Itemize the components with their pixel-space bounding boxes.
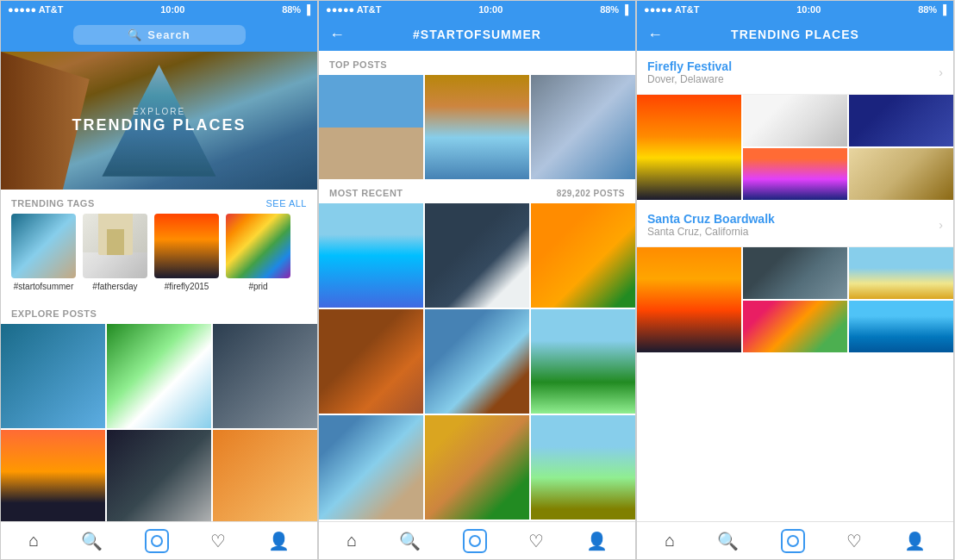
tag-label-2: #firefly2015 — [165, 282, 209, 291]
recent-post-5[interactable] — [531, 309, 635, 414]
chevron-1: › — [939, 218, 943, 232]
bottom-nav-1: ⌂ 🔍 ♡ 👤 — [1, 521, 317, 559]
firefly-photos — [637, 95, 953, 200]
hero-overlay-1: EXPLORE TRENDING PLACES — [1, 52, 317, 190]
hero-image-1: EXPLORE TRENDING PLACES — [1, 52, 317, 190]
place-item-0[interactable]: Firefly Festival Dover, Delaware › — [637, 51, 953, 95]
santacruz-photo-1[interactable] — [743, 247, 847, 299]
content-2: TOP POSTS MOST RECENT 829,202 posts — [319, 51, 635, 521]
firefly-photo-2[interactable] — [849, 95, 953, 146]
top-post-1[interactable] — [425, 75, 529, 179]
see-all-button[interactable]: See All — [265, 198, 307, 208]
place-item-1[interactable]: Santa Cruz Boardwalk Santa Cruz, Califor… — [637, 203, 953, 247]
place-sub-1: Santa Cruz, California — [647, 226, 775, 238]
top-post-2[interactable] — [531, 75, 635, 179]
content-3: Firefly Festival Dover, Delaware › Santa… — [637, 51, 953, 521]
explore-posts-text: EXPLORE POSTS — [11, 308, 97, 319]
recent-post-7[interactable] — [425, 415, 529, 520]
trending-tags-text: TRENDING TAGS — [11, 198, 95, 208]
top-posts-grid — [319, 75, 635, 179]
post-cell-0[interactable] — [1, 324, 105, 428]
firefly-photo-1[interactable] — [743, 95, 847, 146]
header-1: 🔍 Search — [1, 18, 317, 52]
chevron-0: › — [939, 65, 943, 79]
status-bar-3: ●●●●● AT&T 10:00 88% ▐ — [637, 1, 953, 18]
nav-profile-3[interactable]: 👤 — [897, 524, 933, 558]
tag-item-1[interactable]: #fathersday — [83, 214, 147, 291]
tag-thumb-2 — [154, 214, 219, 278]
recent-post-4[interactable] — [425, 309, 529, 414]
santacruz-photo-4[interactable] — [849, 301, 953, 352]
header-title-2: #STARTOFSUMMER — [413, 28, 541, 41]
search-label-1: Search — [147, 28, 190, 41]
battery-2: 88% ▐ — [600, 4, 628, 15]
recent-post-1[interactable] — [425, 203, 529, 308]
status-bar-2: ●●●●● AT&T 10:00 88% ▐ — [319, 1, 635, 18]
nav-profile-2[interactable]: 👤 — [579, 524, 615, 558]
tag-thumb-0 — [11, 214, 76, 278]
carrier-2: ●●●●● AT&T — [326, 4, 381, 15]
post-cell-3[interactable] — [1, 430, 105, 521]
header-3: ← TRENDING PLACES — [637, 18, 953, 51]
battery-3: 88% ▐ — [918, 4, 946, 15]
back-button-3[interactable]: ← — [647, 26, 664, 44]
time-2: 10:00 — [478, 4, 502, 15]
tag-thumb-3 — [226, 214, 290, 278]
santacruz-photo-2[interactable] — [849, 247, 953, 299]
time-3: 10:00 — [796, 4, 821, 15]
header-2: ← #STARTOFSUMMER — [319, 18, 635, 51]
hero-title-1: TRENDING PLACES — [72, 116, 246, 134]
post-cell-4[interactable] — [107, 430, 211, 521]
trending-tags-label: TRENDING TAGS See All — [1, 190, 317, 214]
back-button-2[interactable]: ← — [329, 26, 346, 44]
top-posts-text: TOP POSTS — [329, 59, 387, 70]
recent-post-3[interactable] — [319, 309, 423, 414]
top-post-0[interactable] — [319, 75, 423, 179]
place-info-0: Firefly Festival Dover, Delaware — [647, 59, 732, 85]
nav-camera-3[interactable] — [774, 522, 812, 560]
phone-2: ●●●●● AT&T 10:00 88% ▐ ← #STARTOFSUMMER … — [318, 0, 636, 560]
nav-heart-2[interactable]: ♡ — [521, 524, 551, 558]
battery-1: 88% ▐ — [282, 4, 310, 15]
nav-search-1[interactable]: 🔍 — [74, 524, 109, 558]
explore-posts-grid — [1, 324, 317, 521]
nav-camera-1[interactable] — [138, 522, 176, 560]
firefly-photo-0[interactable] — [637, 95, 741, 200]
recent-post-2[interactable] — [531, 203, 635, 308]
firefly-photo-4[interactable] — [849, 148, 953, 200]
tag-item-2[interactable]: #firefly2015 — [154, 214, 219, 291]
santacruz-photo-0[interactable] — [637, 247, 741, 352]
content-1: EXPLORE TRENDING PLACES TRENDING TAGS Se… — [1, 52, 317, 521]
place-name-1: Santa Cruz Boardwalk — [647, 212, 775, 226]
post-cell-1[interactable] — [107, 324, 211, 428]
nav-home-1[interactable]: ⌂ — [22, 524, 46, 557]
santacruz-photo-3[interactable] — [743, 301, 847, 352]
place-name-0: Firefly Festival — [647, 59, 732, 73]
nav-camera-2[interactable] — [456, 522, 494, 560]
camera-icon-3 — [781, 529, 805, 553]
nav-heart-3[interactable]: ♡ — [840, 524, 869, 558]
nav-search-3[interactable]: 🔍 — [710, 524, 746, 558]
recent-post-0[interactable] — [319, 203, 423, 308]
most-recent-text: MOST RECENT — [329, 188, 403, 198]
nav-profile-1[interactable]: 👤 — [261, 524, 296, 558]
nav-search-2[interactable]: 🔍 — [392, 524, 428, 558]
carrier-1: ●●●●● AT&T — [8, 4, 63, 15]
carrier-3: ●●●●● AT&T — [644, 4, 699, 15]
tags-row: #startofsummer #fathersday #firefly201 — [1, 214, 317, 300]
recent-post-8[interactable] — [531, 415, 635, 520]
tag-item-3[interactable]: #prid — [226, 214, 290, 291]
nav-heart-1[interactable]: ♡ — [203, 524, 233, 558]
status-bar-1: ●●●●● AT&T 10:00 88% ▐ — [1, 1, 317, 18]
most-recent-grid — [319, 203, 635, 521]
post-cell-5[interactable] — [213, 430, 317, 521]
nav-home-3[interactable]: ⌂ — [658, 524, 682, 557]
search-icon-1: 🔍 — [128, 28, 142, 41]
post-cell-2[interactable] — [213, 324, 317, 428]
recent-post-6[interactable] — [319, 415, 423, 520]
tag-item-0[interactable]: #startofsummer — [11, 214, 76, 291]
nav-home-2[interactable]: ⌂ — [340, 524, 364, 557]
firefly-photo-3[interactable] — [743, 148, 847, 200]
most-recent-label: MOST RECENT 829,202 posts — [319, 179, 635, 203]
search-bar-1[interactable]: 🔍 Search — [73, 25, 246, 45]
